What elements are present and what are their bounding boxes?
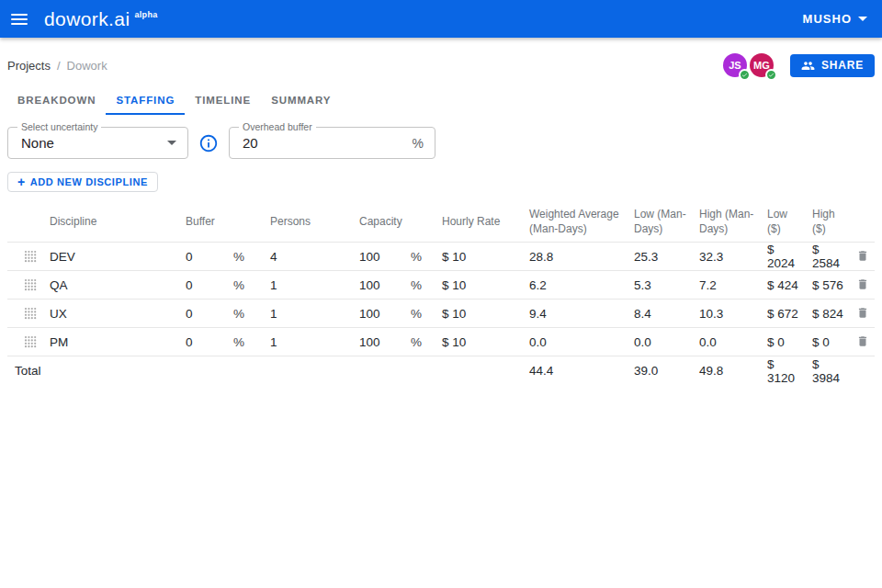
low-usd-value: $ 672 <box>760 300 805 328</box>
delete-row-button[interactable] <box>854 333 871 350</box>
total-high-man-days: 49.8 <box>692 356 760 385</box>
tab-staffing[interactable]: STAFFING <box>106 89 185 115</box>
delete-row-button[interactable] <box>854 304 871 322</box>
avatar-initials: JS <box>729 60 741 71</box>
avatar[interactable]: MG <box>750 53 774 77</box>
breadcrumb-separator: / <box>57 59 61 73</box>
low-man-days-value: 25.3 <box>627 243 692 271</box>
low-man-days-value: 8.4 <box>627 300 692 328</box>
high-usd-value: $ 0 <box>805 328 847 356</box>
hourly-rate-input[interactable]: $ 10 <box>442 250 466 264</box>
persons-input[interactable]: 1 <box>270 335 277 349</box>
app-logo[interactable]: dowork.ai alpha <box>44 8 158 30</box>
weighted-avg-value: 6.2 <box>522 271 627 300</box>
percent-suffix: % <box>403 271 435 300</box>
drag-handle-icon[interactable] <box>22 277 39 293</box>
low-usd-value: $ 2024 <box>760 243 805 271</box>
hourly-rate-input[interactable]: $ 10 <box>442 278 466 292</box>
capacity-input[interactable]: 100 <box>359 278 380 292</box>
trash-icon <box>856 306 869 320</box>
buffer-input[interactable]: 0 <box>186 250 193 264</box>
weighted-avg-value: 9.4 <box>522 300 627 328</box>
high-man-days-value: 0.0 <box>692 328 760 356</box>
tab-breakdown[interactable]: BREAKDOWN <box>7 89 106 115</box>
overhead-buffer-label: Overhead buffer <box>239 121 316 132</box>
buffer-input[interactable]: 0 <box>186 335 193 349</box>
drag-handle-icon[interactable] <box>22 334 39 350</box>
persons-input[interactable]: 4 <box>270 250 277 264</box>
overhead-buffer-field[interactable]: Overhead buffer 20 % <box>229 127 435 159</box>
high-usd-value: $ 576 <box>805 271 847 300</box>
total-row: Total 44.4 39.0 49.8 $ 3120 $ 3984 <box>7 356 875 385</box>
people-icon <box>801 59 815 73</box>
share-button[interactable]: SHARE <box>790 54 875 77</box>
percent-suffix: % <box>226 271 263 300</box>
discipline-name-input[interactable]: PM <box>50 335 68 349</box>
col-header-low-man-days: Low (Man-Days) <box>627 201 692 243</box>
staffing-table: Discipline Buffer Persons Capacity Hourl… <box>7 201 875 385</box>
uncertainty-select-value: None <box>8 135 54 151</box>
capacity-input[interactable]: 100 <box>359 250 380 264</box>
percent-suffix: % <box>226 328 263 356</box>
hamburger-menu-icon[interactable] <box>11 8 33 30</box>
drag-handle-icon[interactable] <box>22 248 39 265</box>
share-button-label: SHARE <box>821 59 864 72</box>
total-high-usd: $ 3984 <box>805 356 847 385</box>
col-header-hourly-rate: Hourly Rate <box>435 201 522 243</box>
high-usd-value: $ 2584 <box>805 243 847 271</box>
capacity-input[interactable]: 100 <box>359 307 380 321</box>
weighted-avg-value: 28.8 <box>522 243 627 271</box>
percent-suffix: % <box>413 136 435 151</box>
collaborators-and-share: JS MG SHARE <box>720 53 875 77</box>
buffer-input[interactable]: 0 <box>186 278 193 292</box>
plus-icon: + <box>17 175 26 188</box>
low-usd-value: $ 0 <box>760 328 805 356</box>
user-menu[interactable]: MUSHO <box>803 12 867 26</box>
hourly-rate-input[interactable]: $ 10 <box>442 307 466 321</box>
discipline-name-input[interactable]: DEV <box>50 250 75 264</box>
discipline-name-input[interactable]: QA <box>50 278 68 292</box>
check-badge-icon <box>739 69 751 81</box>
tab-summary[interactable]: SUMMARY <box>261 89 341 115</box>
total-low-man-days: 39.0 <box>627 356 692 385</box>
col-header-low-usd: Low ($) <box>760 201 805 243</box>
check-badge-icon <box>765 69 777 81</box>
user-menu-label: MUSHO <box>803 12 852 26</box>
table-row: QA 0 % 1 100 % $ 10 6.2 5.3 7.2 $ 424 $ … <box>7 271 875 300</box>
delete-row-button[interactable] <box>854 247 871 265</box>
info-icon[interactable] <box>198 133 219 153</box>
hourly-rate-input[interactable]: $ 10 <box>442 335 466 349</box>
table-header-row: Discipline Buffer Persons Capacity Hourl… <box>7 201 875 243</box>
overhead-buffer-input[interactable]: 20 <box>230 135 258 151</box>
uncertainty-select[interactable]: Select uncertainty None <box>7 127 188 159</box>
col-header-high-usd: High ($) <box>805 201 847 243</box>
app-bar: dowork.ai alpha MUSHO <box>0 0 882 38</box>
toolbar: Projects / Dowork JS MG SHARE <box>0 38 882 78</box>
breadcrumb-projects-link[interactable]: Projects <box>7 59 51 73</box>
uncertainty-select-label: Select uncertainty <box>17 121 101 132</box>
buffer-input[interactable]: 0 <box>186 307 193 321</box>
high-man-days-value: 7.2 <box>692 271 760 300</box>
chevron-down-icon <box>858 17 867 21</box>
capacity-input[interactable]: 100 <box>359 335 380 349</box>
delete-row-button[interactable] <box>854 276 871 293</box>
controls-row: Select uncertainty None Overhead buffer … <box>7 127 875 159</box>
total-weighted-avg: 44.4 <box>522 356 627 385</box>
low-usd-value: $ 424 <box>760 271 805 300</box>
percent-suffix: % <box>403 300 435 328</box>
avatar[interactable]: JS <box>723 53 747 77</box>
discipline-name-input[interactable]: UX <box>50 307 67 321</box>
persons-input[interactable]: 1 <box>270 307 277 321</box>
table-row: UX 0 % 1 100 % $ 10 9.4 8.4 10.3 $ 672 $… <box>7 300 875 328</box>
alpha-badge: alpha <box>134 10 157 19</box>
col-header-buffer: Buffer <box>178 201 226 243</box>
percent-suffix: % <box>403 243 435 271</box>
trash-icon <box>856 334 869 348</box>
drag-handle-icon[interactable] <box>22 305 39 322</box>
percent-suffix: % <box>226 300 263 328</box>
add-new-discipline-button[interactable]: + ADD NEW DISCIPLINE <box>7 172 158 192</box>
high-man-days-value: 32.3 <box>692 243 760 271</box>
persons-input[interactable]: 1 <box>270 278 277 292</box>
chevron-down-icon <box>167 141 176 145</box>
tab-timeline[interactable]: TIMELINE <box>185 89 261 115</box>
